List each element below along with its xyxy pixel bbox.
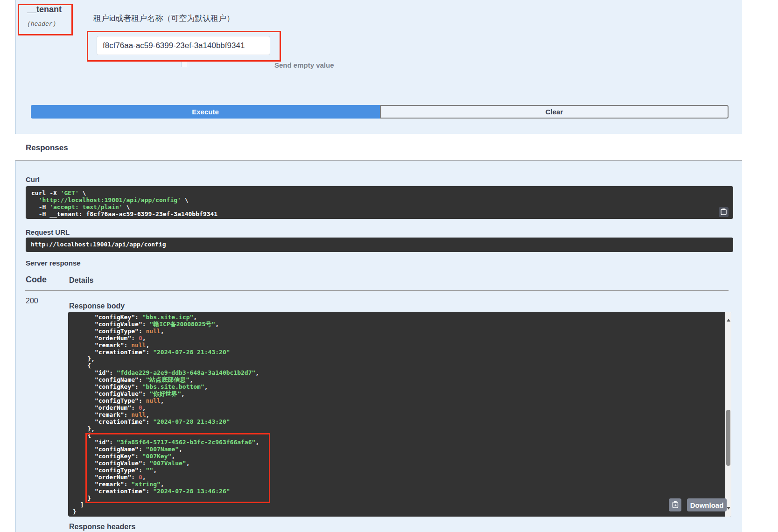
table-header-divider <box>25 290 729 291</box>
parameter-description: 租户id或者租户名称（可空为默认租户） <box>93 13 234 24</box>
request-url-label: Request URL <box>26 228 70 236</box>
details-column-header: Details <box>69 276 93 285</box>
response-headers-label: Response headers <box>69 523 135 531</box>
copy-response-button[interactable] <box>669 498 681 511</box>
status-code: 200 <box>26 297 38 305</box>
clipboard-arrow-icon <box>672 501 679 510</box>
response-body-label: Response body <box>69 302 125 310</box>
curl-label: Curl <box>26 175 40 183</box>
download-button[interactable]: Download <box>687 498 727 511</box>
response-scrollbar[interactable] <box>725 312 731 517</box>
responses-title: Responses <box>26 143 68 153</box>
server-response-label: Server response <box>26 259 81 267</box>
arrow-down-icon <box>727 507 730 517</box>
request-url-block: http://localhost:19001/api/app/config <box>26 238 733 252</box>
annotation-box-json-object <box>85 433 270 503</box>
send-empty-value-label: Send empty value <box>274 61 334 69</box>
execute-button[interactable]: Execute <box>31 105 380 119</box>
arrow-up-icon <box>727 312 730 322</box>
annotation-box-parameter-name <box>18 4 73 35</box>
copy-curl-button[interactable] <box>719 207 729 217</box>
request-url-value: http://localhost:19001/api/app/config <box>31 241 728 248</box>
swagger-operation-panel: __tenant (header) 租户id或者租户名称（可空为默认租户） Se… <box>0 0 778 532</box>
responses-divider-line <box>15 160 742 161</box>
curl-command-block: curl -X 'GET' \ 'http://localhost:19001/… <box>26 186 733 219</box>
clear-button[interactable]: Clear <box>380 105 729 119</box>
scroll-up-button[interactable] <box>725 312 731 319</box>
annotation-box-tenant-input <box>87 31 281 62</box>
code-column-header: Code <box>26 275 47 285</box>
scrollbar-thumb[interactable] <box>726 410 730 466</box>
clipboard-icon <box>721 208 727 217</box>
